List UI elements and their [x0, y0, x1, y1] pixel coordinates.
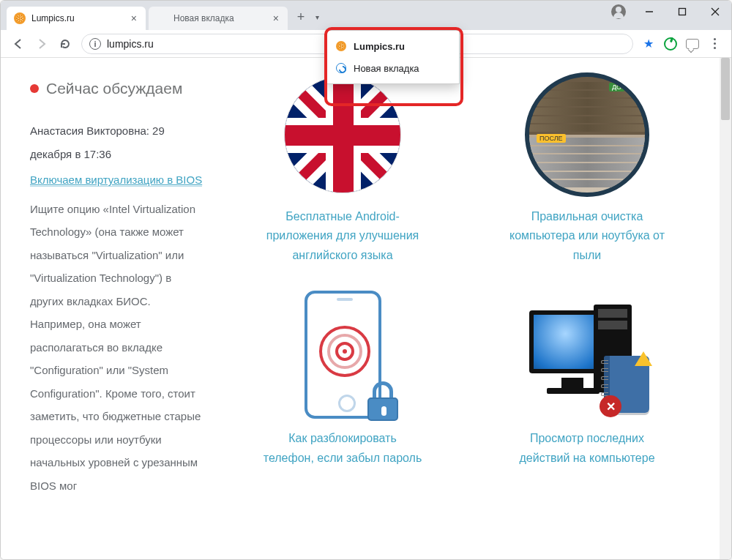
heatsink-compare-icon: ДО ПОСЛЕ — [525, 72, 649, 197]
tabs-dropdown-item[interactable]: Lumpics.ru — [327, 35, 459, 57]
tab-title: Lumpics.ru — [31, 13, 130, 23]
tab-lumpics[interactable]: Lumpics.ru × — [7, 7, 146, 30]
kebab-menu-icon — [707, 38, 722, 49]
extension-button[interactable] — [660, 33, 681, 55]
sidebar-heading-text: Сейчас обсуждаем — [46, 72, 182, 105]
articles-grid: Бесплатные Android-приложения для улучше… — [220, 58, 731, 559]
chat-icon — [686, 39, 699, 49]
after-badge: ПОСЛЕ — [537, 134, 566, 143]
before-badge: ДО — [609, 83, 624, 92]
titlebar: Lumpics.ru × Новая вкладка × + ▾ — [1, 1, 731, 30]
tabs-dropdown-label: Lumpics.ru — [354, 41, 405, 52]
uk-flag-icon — [284, 76, 401, 193]
comment-body: Ищите опцию «Intel Virtualization Techno… — [30, 198, 206, 498]
address-text: lumpics.ru — [107, 38, 154, 50]
window-close-button[interactable] — [698, 1, 731, 23]
page-content: Сейчас обсуждаем Анастасия Викторовна: 2… — [1, 58, 731, 559]
lumpics-favicon-icon — [14, 12, 26, 24]
article-card-english-apps[interactable]: Бесплатные Android-приложения для улучше… — [235, 72, 450, 265]
comment-author-time: Анастасия Викторовна: 29 декабря в 17:36 — [30, 119, 206, 165]
sidebar-discussion: Сейчас обсуждаем Анастасия Викторовна: 2… — [1, 58, 220, 559]
feedback-button[interactable] — [681, 33, 703, 55]
comment-article-link[interactable]: Включаем виртуализацию в BIOS — [30, 173, 202, 187]
tab-title: Новая вкладка — [173, 13, 272, 23]
browser-favicon-icon — [336, 63, 346, 73]
sidebar-heading: Сейчас обсуждаем — [30, 72, 206, 105]
avatar-icon — [611, 4, 626, 19]
extension-icon — [664, 37, 677, 51]
article-caption: Правильная очистка компьютера или ноутбу… — [507, 207, 668, 265]
window-minimize-button[interactable] — [632, 1, 665, 23]
close-tab-icon[interactable]: × — [130, 13, 138, 23]
new-tab-button[interactable]: + — [291, 7, 311, 27]
live-dot-icon — [30, 84, 39, 93]
arrow-left-icon — [12, 37, 25, 51]
tab-newtab[interactable]: Новая вкладка × — [149, 7, 288, 30]
article-caption: Как разблокировать телефон, если забыл п… — [262, 429, 423, 468]
lumpics-favicon-icon — [336, 41, 346, 51]
tab-strip: Lumpics.ru × Новая вкладка × + ▾ — [1, 1, 608, 30]
svg-rect-1 — [679, 9, 685, 15]
warning-icon — [635, 351, 652, 366]
close-tab-icon[interactable]: × — [272, 13, 280, 23]
browser-window: Lumpics.ru × Новая вкладка × + ▾ — [0, 0, 732, 560]
article-caption: Бесплатные Android-приложения для улучше… — [262, 207, 423, 265]
reload-icon — [59, 37, 72, 51]
pc-log-icon: ✕ — [525, 294, 649, 419]
tabs-dropdown-label: Новая вкладка — [354, 63, 419, 74]
article-card-recent-activity[interactable]: ✕ Просмотр последних действий на компьют… — [479, 294, 695, 468]
forward-button[interactable] — [30, 32, 53, 56]
article-thumb: ✕ — [525, 294, 649, 419]
star-icon: ★ — [643, 37, 654, 51]
menu-button[interactable] — [703, 33, 725, 55]
window-controls — [608, 1, 731, 30]
site-info-icon[interactable]: i — [89, 38, 101, 50]
blank-favicon-icon — [156, 12, 168, 24]
tabs-dropdown[interactable]: Lumpics.ru Новая вкладка — [326, 30, 460, 84]
bookmark-button[interactable]: ★ — [638, 33, 660, 55]
article-card-dust-cleaning[interactable]: ДО ПОСЛЕ Правильная очистка компьютера и… — [479, 72, 695, 265]
article-caption: Просмотр последних действий на компьютер… — [507, 429, 668, 468]
phone-lock-icon — [291, 291, 394, 422]
article-card-unlock-phone[interactable]: Как разблокировать телефон, если забыл п… — [235, 294, 450, 468]
window-maximize-button[interactable] — [665, 1, 698, 23]
reload-button[interactable] — [53, 32, 77, 56]
profile-avatar-button[interactable] — [608, 1, 630, 23]
tabs-overflow-button[interactable]: ▾ — [311, 7, 323, 27]
scrollbar-thumb[interactable] — [721, 58, 730, 120]
vertical-scrollbar[interactable] — [720, 58, 731, 559]
tabs-dropdown-item[interactable]: Новая вкладка — [327, 57, 459, 79]
article-thumb — [280, 294, 405, 419]
article-thumb: ДО ПОСЛЕ — [525, 72, 649, 197]
article-thumb — [280, 72, 405, 197]
error-icon: ✕ — [600, 395, 621, 417]
back-button[interactable] — [7, 32, 30, 56]
arrow-right-icon — [35, 37, 48, 51]
